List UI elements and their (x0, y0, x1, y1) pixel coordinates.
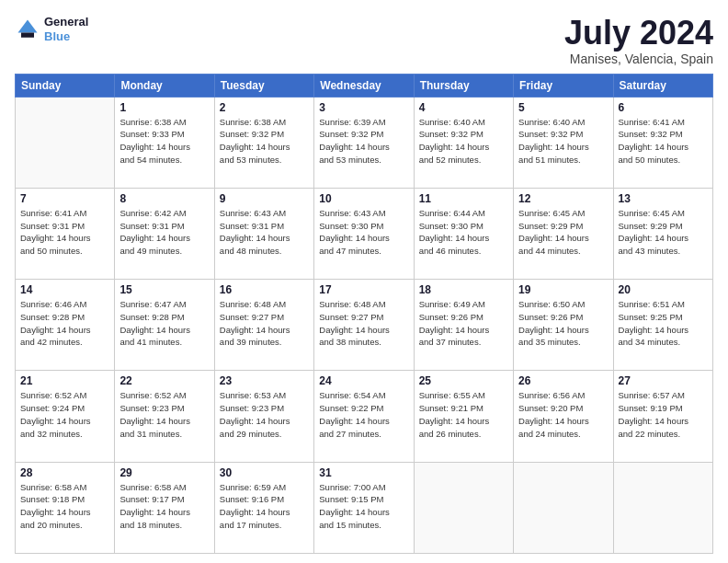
day-info: Sunrise: 6:47 AM Sunset: 9:28 PM Dayligh… (119, 298, 209, 349)
calendar-header-row: Sunday Monday Tuesday Wednesday Thursday… (16, 74, 713, 97)
day-number: 24 (319, 374, 408, 387)
page: General Blue July 2024 Manises, Valencia… (0, 0, 728, 563)
col-friday: Friday (514, 74, 613, 97)
table-row: 19Sunrise: 6:50 AM Sunset: 9:26 PM Dayli… (514, 280, 613, 371)
day-number: 20 (619, 283, 708, 296)
day-info: Sunrise: 6:52 AM Sunset: 9:23 PM Dayligh… (119, 389, 209, 440)
day-number: 3 (319, 101, 408, 114)
day-number: 29 (119, 466, 209, 479)
table-row: 2Sunrise: 6:38 AM Sunset: 9:32 PM Daylig… (214, 97, 313, 188)
table-row: 21Sunrise: 6:52 AM Sunset: 9:24 PM Dayli… (16, 371, 115, 462)
day-info: Sunrise: 6:58 AM Sunset: 9:18 PM Dayligh… (20, 481, 109, 532)
day-number: 23 (220, 374, 309, 387)
day-info: Sunrise: 6:51 AM Sunset: 9:25 PM Dayligh… (619, 298, 708, 349)
day-info: Sunrise: 7:00 AM Sunset: 9:15 PM Dayligh… (319, 481, 408, 532)
day-info: Sunrise: 6:38 AM Sunset: 9:33 PM Dayligh… (119, 116, 209, 167)
day-number: 11 (419, 192, 508, 205)
table-row: 29Sunrise: 6:58 AM Sunset: 9:17 PM Dayli… (115, 462, 214, 553)
day-info: Sunrise: 6:41 AM Sunset: 9:32 PM Dayligh… (619, 116, 708, 167)
day-info: Sunrise: 6:55 AM Sunset: 9:21 PM Dayligh… (419, 389, 508, 440)
col-monday: Monday (115, 74, 214, 97)
day-number: 16 (220, 283, 309, 296)
day-info: Sunrise: 6:59 AM Sunset: 9:16 PM Dayligh… (220, 481, 309, 532)
day-info: Sunrise: 6:48 AM Sunset: 9:27 PM Dayligh… (220, 298, 309, 349)
day-number: 7 (20, 192, 109, 205)
table-row: 23Sunrise: 6:53 AM Sunset: 9:23 PM Dayli… (214, 371, 313, 462)
day-number: 19 (518, 283, 608, 296)
logo-icon (15, 17, 40, 42)
table-row: 17Sunrise: 6:48 AM Sunset: 9:27 PM Dayli… (314, 280, 414, 371)
day-info: Sunrise: 6:58 AM Sunset: 9:17 PM Dayligh… (119, 481, 209, 532)
day-number: 15 (119, 283, 209, 296)
table-row: 4Sunrise: 6:40 AM Sunset: 9:32 PM Daylig… (414, 97, 513, 188)
table-row (414, 462, 513, 553)
day-number: 13 (619, 192, 708, 205)
day-info: Sunrise: 6:49 AM Sunset: 9:26 PM Dayligh… (419, 298, 508, 349)
table-row: 22Sunrise: 6:52 AM Sunset: 9:23 PM Dayli… (115, 371, 214, 462)
col-saturday: Saturday (613, 74, 712, 97)
day-info: Sunrise: 6:45 AM Sunset: 9:29 PM Dayligh… (518, 207, 608, 258)
table-row: 31Sunrise: 7:00 AM Sunset: 9:15 PM Dayli… (314, 462, 414, 553)
day-info: Sunrise: 6:44 AM Sunset: 9:30 PM Dayligh… (419, 207, 508, 258)
day-info: Sunrise: 6:46 AM Sunset: 9:28 PM Dayligh… (20, 298, 109, 349)
day-number: 6 (619, 101, 708, 114)
calendar-week-row: 1Sunrise: 6:38 AM Sunset: 9:33 PM Daylig… (16, 97, 713, 188)
svg-rect-1 (21, 32, 34, 37)
header: General Blue July 2024 Manises, Valencia… (15, 15, 713, 66)
day-info: Sunrise: 6:57 AM Sunset: 9:19 PM Dayligh… (619, 389, 708, 440)
day-number: 17 (319, 283, 408, 296)
day-info: Sunrise: 6:53 AM Sunset: 9:23 PM Dayligh… (220, 389, 309, 440)
day-info: Sunrise: 6:56 AM Sunset: 9:20 PM Dayligh… (518, 389, 608, 440)
table-row: 28Sunrise: 6:58 AM Sunset: 9:18 PM Dayli… (16, 462, 115, 553)
logo-text: General Blue (44, 15, 88, 43)
calendar-table: Sunday Monday Tuesday Wednesday Thursday… (15, 74, 713, 554)
table-row: 6Sunrise: 6:41 AM Sunset: 9:32 PM Daylig… (613, 97, 712, 188)
table-row: 13Sunrise: 6:45 AM Sunset: 9:29 PM Dayli… (613, 188, 712, 279)
day-number: 10 (319, 192, 408, 205)
title-block: July 2024 Manises, Valencia, Spain (564, 15, 713, 66)
day-number: 14 (20, 283, 109, 296)
logo: General Blue (15, 15, 88, 43)
day-number: 2 (220, 101, 309, 114)
day-info: Sunrise: 6:50 AM Sunset: 9:26 PM Dayligh… (518, 298, 608, 349)
col-sunday: Sunday (16, 74, 115, 97)
col-tuesday: Tuesday (214, 74, 313, 97)
day-number: 21 (20, 374, 109, 387)
calendar-week-row: 28Sunrise: 6:58 AM Sunset: 9:18 PM Dayli… (16, 462, 713, 553)
day-info: Sunrise: 6:40 AM Sunset: 9:32 PM Dayligh… (518, 116, 608, 167)
day-number: 31 (319, 466, 408, 479)
table-row: 30Sunrise: 6:59 AM Sunset: 9:16 PM Dayli… (214, 462, 313, 553)
day-info: Sunrise: 6:43 AM Sunset: 9:30 PM Dayligh… (319, 207, 408, 258)
day-number: 1 (119, 101, 209, 114)
table-row: 11Sunrise: 6:44 AM Sunset: 9:30 PM Dayli… (414, 188, 513, 279)
day-number: 4 (419, 101, 508, 114)
table-row (514, 462, 613, 553)
day-info: Sunrise: 6:54 AM Sunset: 9:22 PM Dayligh… (319, 389, 408, 440)
calendar-week-row: 7Sunrise: 6:41 AM Sunset: 9:31 PM Daylig… (16, 188, 713, 279)
table-row: 9Sunrise: 6:43 AM Sunset: 9:31 PM Daylig… (214, 188, 313, 279)
day-number: 22 (119, 374, 209, 387)
table-row: 15Sunrise: 6:47 AM Sunset: 9:28 PM Dayli… (115, 280, 214, 371)
table-row: 20Sunrise: 6:51 AM Sunset: 9:25 PM Dayli… (613, 280, 712, 371)
day-info: Sunrise: 6:38 AM Sunset: 9:32 PM Dayligh… (220, 116, 309, 167)
col-wednesday: Wednesday (314, 74, 414, 97)
table-row: 12Sunrise: 6:45 AM Sunset: 9:29 PM Dayli… (514, 188, 613, 279)
day-number: 12 (518, 192, 608, 205)
table-row: 14Sunrise: 6:46 AM Sunset: 9:28 PM Dayli… (16, 280, 115, 371)
calendar-week-row: 21Sunrise: 6:52 AM Sunset: 9:24 PM Dayli… (16, 371, 713, 462)
table-row: 7Sunrise: 6:41 AM Sunset: 9:31 PM Daylig… (16, 188, 115, 279)
day-number: 26 (518, 374, 608, 387)
day-info: Sunrise: 6:48 AM Sunset: 9:27 PM Dayligh… (319, 298, 408, 349)
day-number: 8 (119, 192, 209, 205)
day-number: 18 (419, 283, 508, 296)
table-row: 1Sunrise: 6:38 AM Sunset: 9:33 PM Daylig… (115, 97, 214, 188)
table-row (16, 97, 115, 188)
table-row: 24Sunrise: 6:54 AM Sunset: 9:22 PM Dayli… (314, 371, 414, 462)
subtitle: Manises, Valencia, Spain (564, 52, 713, 66)
table-row: 10Sunrise: 6:43 AM Sunset: 9:30 PM Dayli… (314, 188, 414, 279)
table-row: 5Sunrise: 6:40 AM Sunset: 9:32 PM Daylig… (514, 97, 613, 188)
day-number: 30 (220, 466, 309, 479)
day-info: Sunrise: 6:45 AM Sunset: 9:29 PM Dayligh… (619, 207, 708, 258)
table-row: 8Sunrise: 6:42 AM Sunset: 9:31 PM Daylig… (115, 188, 214, 279)
main-title: July 2024 (564, 15, 713, 52)
